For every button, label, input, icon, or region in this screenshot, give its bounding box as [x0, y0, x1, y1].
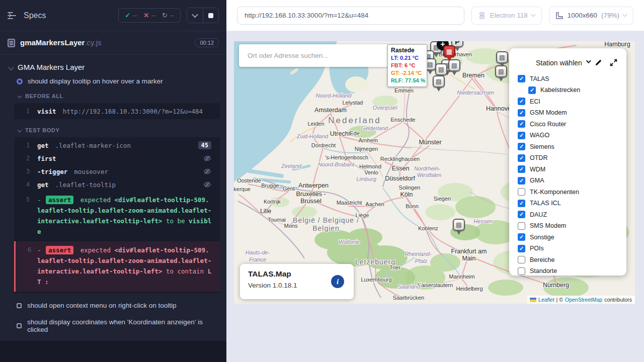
checkbox-unchecked[interactable]: [518, 267, 525, 275]
chevron-down-icon: [192, 12, 198, 18]
spec-file-row[interactable]: gmaMarkersLayer.cy.js 00:12: [0, 31, 226, 55]
station-list-item[interactable]: ✓Cisco Router: [518, 120, 618, 128]
station-list-item[interactable]: ✓DAUZ: [518, 211, 618, 218]
viewport-selector[interactable]: 1000x660 (79%): [549, 7, 633, 25]
station-list-item[interactable]: ✓POIs: [518, 245, 618, 252]
station-list-item[interactable]: TK-Komponenten: [518, 188, 618, 196]
checkbox-unchecked[interactable]: [518, 256, 525, 263]
specs-menu-icon[interactable]: [8, 12, 18, 20]
map-label: Oostende: [237, 177, 261, 184]
checkbox-unchecked[interactable]: [518, 188, 525, 196]
test-body-section[interactable]: TEST BODY: [0, 123, 226, 137]
map-marker-station[interactable]: ▤: [495, 65, 507, 81]
station-list-item[interactable]: ✓Kabelstrecken: [528, 86, 618, 94]
station-list-item[interactable]: ✓WAGO: [518, 132, 618, 139]
active-test-row[interactable]: should display tooltip on hover over a m…: [0, 75, 226, 89]
search-input[interactable]: [240, 52, 387, 59]
station-label: Kabelstrecken: [540, 86, 580, 94]
tooltip-title: Rastede: [391, 47, 424, 54]
checkbox-unchecked[interactable]: [518, 222, 525, 230]
map-marker-red[interactable]: ▦: [443, 45, 455, 61]
station-panel: Station wählen ✓TAL: [509, 48, 626, 276]
checkbox-checked[interactable]: ✓: [518, 177, 525, 185]
map-marker-station[interactable]: ▤: [448, 59, 460, 75]
station-panel-header: Station wählen: [518, 58, 618, 67]
station-label: DAUZ: [530, 211, 547, 218]
station-list-item[interactable]: ✓ECI: [518, 98, 618, 105]
map-label: Wallonie: [339, 239, 360, 245]
map-marker-station[interactable]: ▤: [453, 219, 465, 235]
station-label: GMA: [530, 177, 544, 184]
map-label: Pfalz: [415, 258, 428, 264]
checkbox-checked[interactable]: ✓: [518, 98, 525, 105]
checkbox-checked[interactable]: ✓: [518, 165, 525, 173]
marker-tail: [451, 70, 457, 75]
checkbox-checked[interactable]: ✓: [518, 154, 525, 162]
station-list-item[interactable]: ✓Siemens: [518, 143, 618, 150]
edit-pencil-icon[interactable]: [594, 58, 603, 67]
checkbox-checked[interactable]: ✓: [518, 200, 525, 207]
map-label: België / Belgique /: [293, 216, 359, 224]
checkbox-checked[interactable]: ✓: [518, 120, 525, 128]
element-count-badge: 45: [198, 141, 211, 149]
before-all-section[interactable]: BEFORE ALL: [0, 89, 226, 103]
command-row[interactable]: 2first: [14, 152, 220, 165]
station-panel-title[interactable]: Station wählen: [536, 59, 582, 67]
checkbox-checked[interactable]: ✓: [518, 75, 525, 82]
station-list-item[interactable]: ✓Sonstige: [518, 233, 618, 241]
map-label: Mons: [284, 223, 298, 229]
station-list-item[interactable]: ✓OTDR: [518, 154, 618, 162]
assert-row-passed[interactable]: 5- assert expected <div#leaflet-tooltip-…: [14, 191, 220, 241]
spec-file-name: gmaMarkersLayer.cy.js: [20, 38, 101, 47]
checkbox-checked[interactable]: ✓: [518, 143, 525, 150]
expand-icon[interactable]: [609, 58, 618, 67]
url-input[interactable]: [237, 7, 464, 25]
eye-slash-icon: [203, 180, 211, 189]
checkbox-checked[interactable]: ✓: [518, 132, 525, 139]
station-label: WDM: [530, 166, 545, 173]
command-row[interactable]: 1visithttp://192.168.10.33:3000/?m=12&u=…: [14, 105, 220, 118]
map-label: Belgien: [312, 224, 340, 232]
station-list-item[interactable]: ✓GSM Modem: [518, 109, 618, 117]
collapse-all-button[interactable]: [187, 8, 203, 23]
command-row[interactable]: 3-triggermouseover: [14, 165, 220, 178]
map-marker-station[interactable]: ▤: [433, 75, 445, 92]
map-viewport[interactable]: HamburgBremerhavenBremenNiedersachsenEmm…: [234, 41, 635, 304]
stat-pending: ↻--: [162, 12, 174, 19]
map-label: Nederland: [328, 116, 381, 125]
stat-passed: ✓--: [125, 12, 137, 19]
command-indicator: [203, 180, 216, 189]
osm-link[interactable]: OpenStreetMap: [565, 297, 602, 303]
station-list-item[interactable]: SMS Modem: [518, 222, 618, 230]
checkbox-checked[interactable]: ✓: [518, 109, 525, 117]
chevron-down-icon[interactable]: [586, 58, 591, 63]
command-row[interactable]: 1get.leaflet-marker-icon45: [14, 139, 220, 152]
checkbox-checked[interactable]: ✓: [518, 211, 525, 218]
browser-selector[interactable]: Electron 118: [471, 7, 542, 25]
map-label: Gelderland: [361, 125, 388, 131]
map-label: Niedersachsen: [457, 89, 494, 96]
info-icon[interactable]: i: [331, 275, 344, 288]
map-label: Brugge: [261, 183, 279, 189]
command-row[interactable]: 4get.leaflet-tooltip: [14, 178, 220, 191]
assert-row-failed[interactable]: 6- assert expected <div#leaflet-tooltip-…: [14, 241, 220, 292]
stop-button[interactable]: [203, 8, 218, 23]
checkbox-checked[interactable]: ✓: [518, 245, 525, 252]
leaflet-link[interactable]: Leaflet: [538, 297, 554, 303]
pending-test-row[interactable]: should open context menu on right-click …: [0, 297, 226, 314]
checkbox-checked[interactable]: ✓: [528, 86, 536, 94]
checkbox-checked[interactable]: ✓: [518, 233, 525, 241]
test-stats-group: ✓-- ✕-- ↻--: [118, 8, 181, 23]
suite-row[interactable]: GMA Markers Layer: [0, 59, 226, 75]
station-list-item[interactable]: ✓WDM: [518, 165, 618, 173]
station-list-item[interactable]: ✓TALAS: [518, 75, 618, 82]
station-list-item[interactable]: Standorte: [518, 267, 618, 275]
map-label: France: [249, 256, 266, 262]
station-list-item[interactable]: ✓GMA: [518, 177, 618, 185]
command-number: 4: [14, 181, 37, 188]
marker-tail: [446, 56, 452, 61]
pending-test-row[interactable]: should display coordinates when 'Koordin…: [0, 314, 226, 338]
station-list-item[interactable]: Bereiche: [518, 256, 618, 263]
station-list-item[interactable]: ✓TALAS ICL: [518, 200, 618, 207]
map-label: Ede: [350, 130, 360, 136]
